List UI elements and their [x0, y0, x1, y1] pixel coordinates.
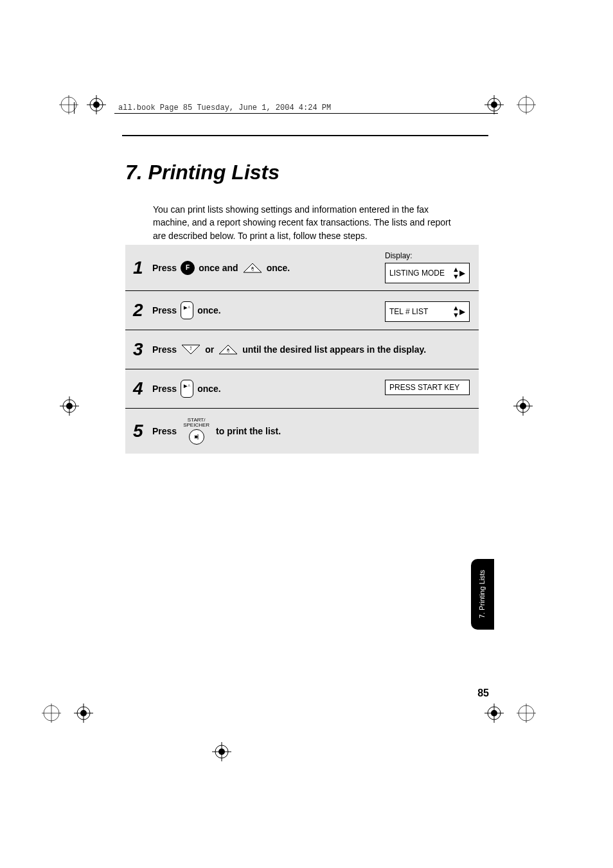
step-text: once and	[199, 263, 238, 273]
crop-mark-bot-center	[212, 742, 231, 761]
display-arrows-icon: ▲▼▶	[451, 305, 465, 319]
intro-paragraph: You can print lists showing settings and…	[153, 203, 461, 242]
right-arrow-key-icon	[181, 301, 193, 319]
steps-list: 1 Press F once and Q once. Display: LIST…	[125, 245, 479, 454]
right-arrow-key-icon	[181, 380, 193, 398]
crop-mark-bot-left	[42, 704, 61, 723]
step-text: Press	[152, 344, 177, 355]
display-box: TEL # LIST ▲▼▶	[385, 301, 470, 322]
thumb-tab: 7. Printing Lists	[471, 559, 494, 630]
step-number: 1	[133, 258, 152, 278]
f-key-icon: F	[181, 261, 195, 275]
up-key-icon: Q	[242, 262, 263, 274]
header-breadcrumb: all.book Page 85 Tuesday, June 1, 2004 4…	[118, 103, 331, 112]
step-text: Press	[152, 305, 177, 315]
page-number: 85	[477, 687, 489, 699]
step-text: once.	[197, 305, 221, 315]
up-key-icon: Q	[218, 344, 238, 355]
step-text: once.	[197, 384, 221, 394]
display-box: PRESS START KEY	[385, 380, 470, 395]
thumb-tab-label: 7. Printing Lists	[478, 570, 486, 618]
step-2: 2 Press once. TEL # LIST ▲▼▶	[125, 291, 479, 330]
step-text: once.	[267, 263, 290, 273]
start-key-icon: START/ SPEICHER	[183, 418, 209, 445]
step-1: 1 Press F once and Q once. Display: LIST…	[125, 245, 479, 291]
display-arrows-icon: ▲▼▶	[451, 266, 465, 280]
step-text: Press	[152, 384, 177, 394]
display-value: TEL # LIST	[389, 307, 428, 316]
crop-mark-mid-right	[513, 396, 533, 416]
step-3: 3 Press Z or Q until the desired list ap…	[125, 330, 479, 369]
step-number: 5	[133, 421, 152, 441]
step-4: 4 Press once. PRESS START KEY	[125, 369, 479, 409]
display-value: LISTING MODE	[389, 269, 445, 278]
chapter-title: 7. Printing Lists	[125, 161, 280, 184]
step-text: Press	[152, 263, 177, 273]
page-top-rule	[122, 135, 488, 136]
crop-mark-mid-left	[60, 396, 79, 416]
step-number: 2	[133, 300, 152, 321]
step-text: Press	[152, 426, 177, 436]
crop-mark-bot-left-2	[74, 704, 93, 723]
crop-mark-top-right-2	[517, 95, 536, 114]
display-label: Display:	[385, 251, 470, 260]
header-breadcrumb-border: all.book Page 85 Tuesday, June 1, 2004 4…	[74, 102, 498, 114]
down-key-icon: Z	[181, 344, 201, 355]
step-number: 3	[133, 339, 152, 360]
step-number: 4	[133, 378, 152, 399]
step-5: 5 Press START/ SPEICHER to print the lis…	[125, 409, 479, 454]
crop-mark-bot-right	[484, 704, 504, 723]
svg-text:Z: Z	[190, 347, 192, 351]
crop-mark-bot-right-2	[517, 704, 536, 723]
display-box: LISTING MODE ▲▼▶	[385, 263, 470, 283]
display-value: PRESS START KEY	[389, 383, 459, 392]
step-text: to print the list.	[216, 426, 281, 436]
step-text: until the desired list appears in the di…	[242, 344, 426, 355]
step-text: or	[205, 344, 214, 355]
start-key-label-2: SPEICHER	[183, 423, 209, 428]
